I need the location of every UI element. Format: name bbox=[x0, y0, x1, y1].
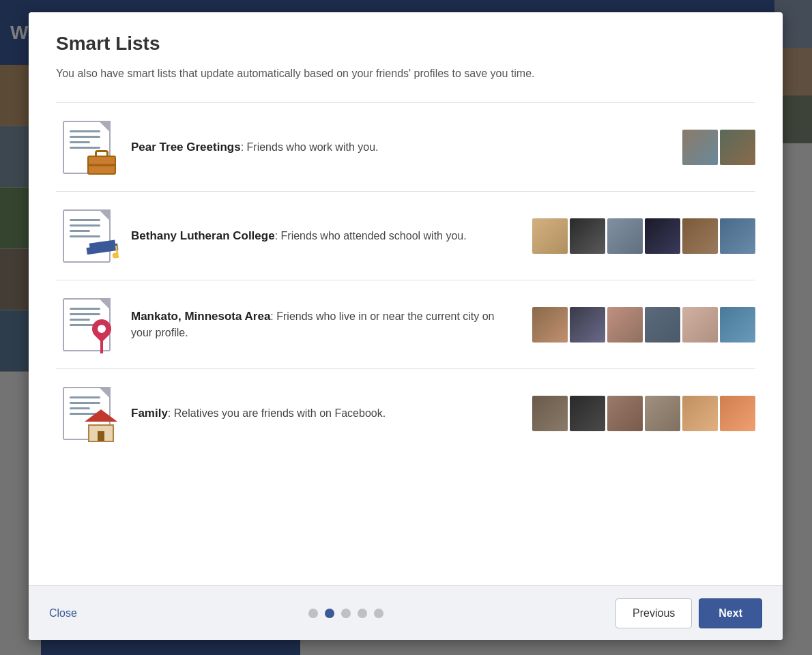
friend-photo bbox=[532, 307, 568, 343]
briefcase-body bbox=[87, 156, 116, 175]
doc-line bbox=[70, 147, 100, 149]
friend-photo bbox=[720, 307, 755, 343]
footer-nav-buttons: Previous Next bbox=[615, 598, 762, 628]
list-item-city: Mankato, Minnesota Area: Friends who liv… bbox=[56, 280, 755, 368]
doc-line bbox=[70, 396, 100, 398]
list-text-work: Pear Tree Greetings: Friends who work wi… bbox=[131, 139, 669, 156]
house-icon bbox=[85, 409, 117, 442]
pin-tail bbox=[100, 341, 103, 353]
doc-line-short bbox=[70, 230, 90, 232]
friend-photo bbox=[570, 396, 605, 431]
pagination-dots bbox=[77, 609, 615, 618]
smart-lists-modal: Smart Lists You also have smart lists th… bbox=[29, 12, 783, 640]
dot-3 bbox=[341, 609, 351, 618]
list-photos-city bbox=[532, 307, 755, 343]
house-body bbox=[88, 424, 114, 442]
house-roof bbox=[85, 409, 117, 422]
friend-photo bbox=[607, 218, 643, 254]
graduation-cap-icon bbox=[87, 237, 121, 265]
briefcase-line bbox=[89, 164, 115, 166]
grad-tassel bbox=[115, 246, 119, 258]
list-icon-city bbox=[56, 295, 117, 353]
doc-line bbox=[70, 402, 100, 404]
list-name-family: Family bbox=[131, 407, 168, 420]
list-icon-school bbox=[56, 207, 117, 265]
list-icon-work bbox=[56, 118, 117, 176]
list-desc-family: : Relatives you are friends with on Face… bbox=[168, 407, 386, 419]
close-button[interactable]: Close bbox=[49, 607, 77, 620]
friend-photo bbox=[532, 218, 568, 254]
friend-photo bbox=[682, 307, 718, 343]
map-pin-icon bbox=[89, 319, 114, 353]
list-text-city: Mankato, Minnesota Area: Friends who liv… bbox=[131, 308, 519, 342]
modal-subtitle: You also have smart lists that update au… bbox=[56, 66, 670, 82]
next-button[interactable]: Next bbox=[699, 598, 762, 628]
doc-line bbox=[70, 219, 100, 221]
friend-photo bbox=[720, 130, 755, 165]
grad-tassel-end bbox=[112, 252, 118, 259]
list-icon-family bbox=[56, 384, 117, 442]
list-item-school: Bethany Lutheran College: Friends who at… bbox=[56, 191, 755, 280]
friend-photo bbox=[682, 218, 718, 254]
list-photos-work bbox=[682, 130, 755, 165]
list-item-family: Family: Relatives you are friends with o… bbox=[56, 368, 755, 457]
friend-photo bbox=[645, 218, 680, 254]
list-name-city: Mankato, Minnesota Area bbox=[131, 310, 270, 323]
friend-photo bbox=[645, 307, 680, 343]
friend-photo bbox=[607, 307, 643, 343]
doc-line bbox=[70, 130, 100, 132]
list-desc-school: : Friends who attended school with you. bbox=[275, 230, 467, 242]
friend-photo bbox=[532, 396, 568, 431]
doc-line bbox=[70, 308, 100, 310]
dot-5 bbox=[374, 609, 383, 618]
modal-footer: Close Previous Next bbox=[29, 585, 783, 640]
friend-photo bbox=[607, 396, 643, 431]
dot-1 bbox=[308, 609, 318, 618]
modal-body: Smart Lists You also have smart lists th… bbox=[29, 12, 783, 585]
list-name-school: Bethany Lutheran College bbox=[131, 229, 275, 242]
house-door bbox=[98, 431, 104, 441]
doc-line bbox=[70, 313, 100, 315]
doc-line bbox=[70, 136, 100, 138]
friend-photo bbox=[682, 396, 718, 431]
previous-button[interactable]: Previous bbox=[615, 598, 692, 628]
doc-line bbox=[70, 224, 100, 227]
friend-photo bbox=[682, 130, 718, 165]
friend-photo bbox=[570, 218, 605, 254]
list-text-family: Family: Relatives you are friends with o… bbox=[131, 405, 519, 422]
friend-photo bbox=[645, 396, 680, 431]
doc-line-short bbox=[70, 141, 90, 143]
list-desc-work: : Friends who work with you. bbox=[241, 141, 379, 153]
list-photos-family bbox=[532, 396, 755, 431]
briefcase-icon bbox=[87, 150, 116, 175]
friend-photo bbox=[720, 396, 755, 431]
list-photos-school bbox=[532, 218, 755, 254]
pin-head bbox=[88, 315, 115, 343]
modal-title: Smart Lists bbox=[56, 33, 755, 55]
friend-photo bbox=[720, 218, 755, 254]
friend-photo bbox=[570, 307, 605, 343]
list-text-school: Bethany Lutheran College: Friends who at… bbox=[131, 227, 519, 245]
list-name-work: Pear Tree Greetings bbox=[131, 141, 241, 154]
list-item-work: Pear Tree Greetings: Friends who work wi… bbox=[56, 102, 755, 191]
dot-2-active bbox=[325, 609, 334, 618]
dot-4 bbox=[358, 609, 367, 618]
doc-line-short bbox=[70, 319, 90, 321]
